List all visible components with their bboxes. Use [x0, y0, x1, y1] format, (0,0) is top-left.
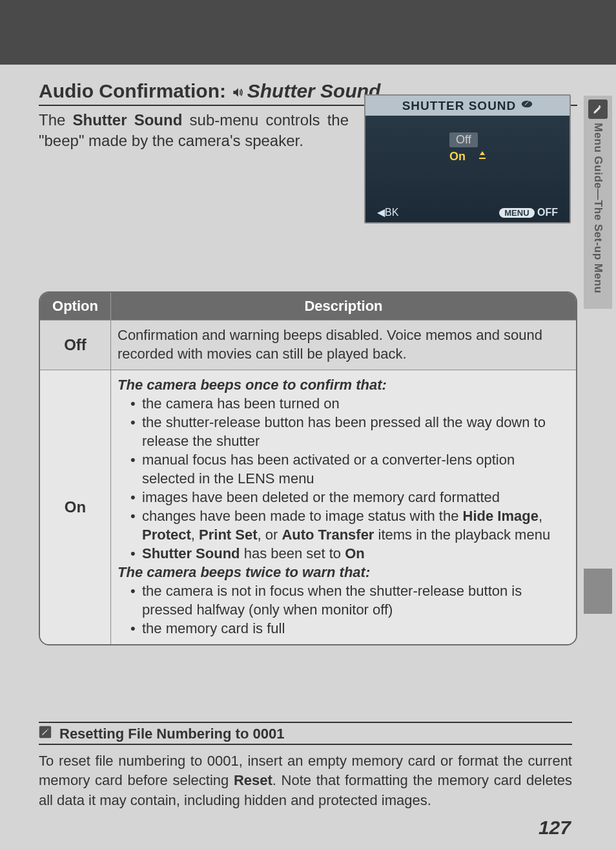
note-body: To reset file numbering to 0001, insert … — [39, 745, 572, 810]
section-title-main: Shutter Sound — [247, 80, 381, 101]
note-pencil-icon — [39, 726, 52, 742]
lcd-menu-off: MENU OFF — [499, 207, 558, 218]
li-bold: Auto Transfer — [282, 527, 374, 543]
list-item: the camera is not in focus when the shut… — [130, 582, 568, 619]
lcd-bk-text: BK — [385, 207, 398, 218]
li-bold: Protect — [142, 527, 191, 543]
menu-pill: MENU — [499, 208, 534, 218]
desc-cell-off: Confirmation and warning beeps disabled.… — [111, 320, 576, 370]
intro-paragraph: The Shutter Sound sub-menu controls the … — [39, 110, 349, 152]
note-bold: Reset — [234, 772, 272, 788]
li-text: , or — [258, 527, 282, 543]
on-heading-2: The camera beeps twice to warn that: — [118, 564, 370, 580]
lcd-body: Off On — [365, 116, 570, 165]
list-item: changes have been made to image status w… — [130, 507, 568, 544]
list-item: images have been deleted or the memory c… — [130, 488, 568, 507]
top-header-bar — [0, 0, 616, 65]
intro-bold: Shutter Sound — [73, 111, 183, 129]
options-table: Option Description Off Confirmation and … — [39, 291, 577, 646]
desc-cell-on: The camera beeps once to confirm that: t… — [111, 370, 576, 644]
li-bold: Print Set — [199, 527, 257, 543]
li-text: , — [191, 527, 199, 543]
li-text: has been set to — [240, 545, 345, 561]
setup-wrench-lcd-icon — [521, 98, 533, 113]
lcd-off-text: OFF — [537, 207, 558, 218]
list-item: manual focus has been activated or a con… — [130, 450, 568, 488]
page-number: 127 — [539, 817, 571, 839]
table-header-row: Option Description — [40, 293, 576, 320]
lcd-on-label: On — [449, 150, 466, 163]
intro-pre: The — [39, 111, 73, 129]
option-cell-off: Off — [40, 320, 111, 370]
list-item: Shutter Sound has been set to On — [130, 544, 568, 563]
option-cell-on: On — [40, 370, 111, 644]
table-row: Off Confirmation and warning beeps disab… — [40, 320, 576, 370]
lcd-off-label: Off — [449, 132, 478, 147]
lcd-footer: ◀BK MENU OFF — [365, 206, 570, 218]
on-heading-1: The camera beeps once to confirm that: — [118, 377, 387, 393]
li-bold: Shutter Sound — [142, 545, 240, 561]
note-section: Resetting File Numbering to 0001 To rese… — [39, 722, 572, 810]
page-content: Audio Confirmation: Shutter Sound The Sh… — [0, 65, 616, 645]
section-title-prefix: Audio Confirmation: — [39, 80, 231, 101]
svg-point-0 — [522, 101, 533, 108]
lcd-title: SHUTTER SOUND — [402, 99, 517, 113]
lcd-title-bar: SHUTTER SOUND — [365, 96, 570, 116]
list-item: the shutter-release button has been pres… — [130, 413, 568, 450]
li-text: items in the playback menu — [374, 527, 550, 543]
camera-lcd-screenshot: SHUTTER SOUND Off On ◀BK MENU OFF — [364, 94, 571, 224]
th-option: Option — [40, 293, 111, 320]
list-item: the camera has been turned on — [130, 394, 568, 413]
note-heading-row: Resetting File Numbering to 0001 — [39, 722, 572, 745]
th-description: Description — [111, 293, 576, 320]
table-row: On The camera beeps once to confirm that… — [40, 370, 576, 644]
speaker-icon — [231, 86, 244, 99]
li-bold: On — [345, 545, 365, 561]
lcd-back-hint: ◀BK — [377, 206, 398, 218]
li-text: changes have been made to image status w… — [142, 508, 463, 524]
li-bold: Hide Image — [463, 508, 539, 524]
note-heading-text: Resetting File Numbering to 0001 — [59, 726, 284, 742]
lcd-on-indicator-icon — [477, 150, 488, 163]
lcd-option-off: Off — [449, 131, 570, 149]
li-text: , — [539, 508, 542, 524]
list-item: the memory card is full — [130, 619, 568, 638]
lcd-option-on: On — [449, 149, 570, 165]
